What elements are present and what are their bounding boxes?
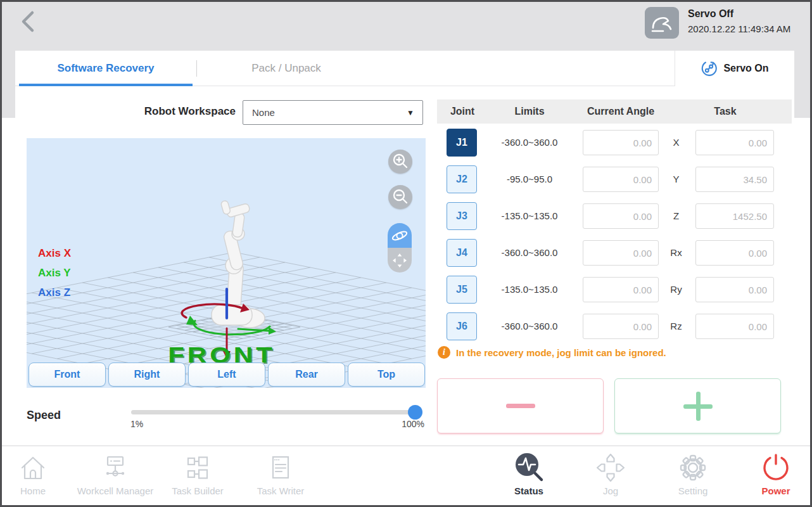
tab-software-recovery[interactable]: Software Recovery [15,51,196,86]
notice-text: In the recovery mode, jog limit can be i… [456,347,666,358]
servo-on-icon [701,60,718,77]
servo-on-label: Servo On [723,63,768,74]
nav-label: Jog [569,485,652,496]
axis-x-label: Axis X [38,247,71,260]
limits-value: -135.0~135.0 [481,202,578,230]
joint-j6-button[interactable]: J6 [447,312,477,340]
servo-on-button[interactable]: Servo On [675,51,794,86]
limits-value: -95.0~95.0 [481,165,578,193]
viewport-zoom-in-button[interactable] [388,150,412,174]
speed-slider-track[interactable] [131,410,422,414]
jog-plus-button[interactable] [614,378,781,433]
task-axis-label: Y [662,165,690,193]
limits-value: -360.0~360.0 [481,129,578,157]
back-button[interactable] [15,8,43,35]
nav-item-home[interactable]: Home [0,450,74,504]
nav-item-task-writer[interactable]: Task Writer [239,450,322,504]
home-icon [17,452,49,484]
joint-j1-button[interactable]: J1 [447,129,477,157]
chevron-left-icon [15,8,43,35]
nav-label: Setting [652,485,734,496]
jog-minus-button[interactable] [437,378,604,433]
current-angle-input[interactable] [583,240,659,266]
nav-item-power[interactable]: Power [735,450,812,504]
datetime-text: 2020.12.22 11:49:34 AM [688,23,790,34]
table-row: J5 -135.0~135.0 Ry [437,276,792,304]
nav-item-status[interactable]: Status [488,450,570,504]
minus-icon [506,404,535,408]
task-value-input[interactable] [695,130,774,155]
chevron-down-icon: ▼ [407,108,414,117]
current-angle-input[interactable] [583,167,659,192]
current-angle-input[interactable] [583,314,659,339]
joint-j5-button[interactable]: J5 [447,276,477,304]
setting-gear-icon [676,451,709,484]
table-row: J2 -95.0~95.0 Y [437,165,792,193]
nav-item-task-builder[interactable]: Task Builder [156,450,239,504]
task-axis-label: Z [662,202,690,230]
nav-item-jog[interactable]: Jog [569,450,652,504]
table-row: J1 -360.0~360.0 X [437,129,792,157]
pan-mode-button[interactable] [388,248,412,273]
header-joint: Joint [437,99,488,124]
status-icon [512,451,545,484]
tab-pack-unpack[interactable]: Pack / Unpack [197,51,376,86]
bottom-nav: Home Workcell Manager Task Builder [0,446,812,507]
header-limits: Limits [488,99,571,124]
plus-icon [683,392,713,421]
recovery-notice: i In the recovery mode, jog limit can be… [438,346,666,359]
servo-status-icon [645,7,679,39]
view-left-button[interactable]: Left [188,363,265,387]
task-value-input[interactable] [695,203,774,229]
robot-arm-icon [649,11,675,34]
task-builder-icon [182,452,213,484]
nav-item-setting[interactable]: Setting [652,450,734,504]
zoom-in-icon [391,152,410,171]
header-current-angle: Current Angle [570,99,671,124]
current-angle-input[interactable] [583,277,659,302]
task-axis-label: X [662,129,690,157]
speed-slider-thumb[interactable] [408,405,422,420]
workcell-manager-icon [99,452,131,484]
viewport-zoom-out-button[interactable] [388,185,412,209]
joint-j4-button[interactable]: J4 [447,239,477,267]
task-value-input[interactable] [695,167,774,192]
task-writer-icon [265,452,296,484]
pan-arrows-icon [391,252,409,269]
task-value-input[interactable] [695,314,774,339]
nav-label: Workcell Manager [74,485,156,496]
robot-workspace-dropdown[interactable]: None ▼ [243,100,423,125]
limits-value: -360.0~360.0 [481,239,578,267]
orbit-icon [391,227,409,245]
speed-label: Speed [27,409,61,422]
nav-label: Task Builder [156,485,239,496]
axis-y-label: Axis Y [38,267,71,279]
task-value-input[interactable] [695,277,774,302]
limits-value: -360.0~360.0 [481,312,578,340]
nav-label: Task Writer [239,485,322,496]
info-icon: i [438,346,450,359]
table-row: J6 -360.0~360.0 Rz [437,312,792,340]
task-value-input[interactable] [695,240,774,266]
task-axis-label: Ry [662,276,690,304]
speed-max-label: 100% [394,419,424,429]
viewport-mode-toggle [388,223,412,273]
joint-j3-button[interactable]: J3 [447,202,477,230]
nav-item-workcell-manager[interactable]: Workcell Manager [74,450,156,504]
current-angle-input[interactable] [583,203,659,229]
view-rear-button[interactable]: Rear [268,363,345,387]
view-right-button[interactable]: Right [108,363,186,387]
robot-3d-viewport[interactable]: FRONT FRONT Axis X Axis Y Axis Z [27,138,426,388]
nav-label: Home [0,485,74,496]
view-top-button[interactable]: Top [348,363,425,387]
jog-dpad-icon [594,451,627,484]
limits-value: -135.0~135.0 [481,276,578,304]
view-front-button[interactable]: Front [29,363,106,387]
task-axis-label: Rz [662,312,690,340]
robot-3d-scene: FRONT FRONT [27,138,426,388]
joint-table-rows: J1 -360.0~360.0 X J2 -95.0~95.0 Y J3 -13… [437,129,792,349]
rotate-mode-button[interactable] [388,223,412,248]
current-angle-input[interactable] [583,130,659,155]
nav-label: Status [488,485,570,496]
joint-j2-button[interactable]: J2 [447,165,477,193]
